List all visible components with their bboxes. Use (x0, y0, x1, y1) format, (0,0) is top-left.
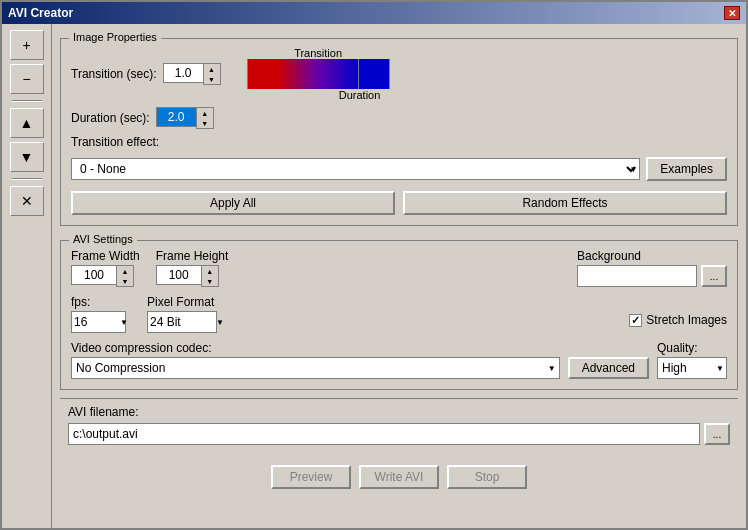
add-button[interactable]: + (10, 30, 44, 60)
quality-field: Quality: High (657, 341, 727, 379)
frame-width-label: Frame Width (71, 249, 140, 263)
transition-effect-label: Transition effect: (71, 135, 159, 149)
pixel-format-label: Pixel Format (147, 295, 227, 309)
apply-all-button[interactable]: Apply All (71, 191, 395, 215)
transition-spin-buttons: ▲ ▼ (203, 63, 221, 85)
transition-select[interactable]: 0 - None (71, 158, 640, 180)
preview-labels: Duration (247, 89, 390, 101)
filename-browse-btn[interactable]: ... (704, 423, 730, 445)
preview-button[interactable]: Preview (271, 465, 351, 489)
compression-select[interactable]: No Compression (71, 357, 560, 379)
settings-row1: Frame Width ▲ ▼ Frame Height (71, 249, 727, 287)
preview-bar (247, 59, 390, 89)
transition-preview-label: Transition (278, 47, 358, 59)
preview-red (248, 59, 278, 89)
main-window: AVI Creator ✕ + − ▲ ▼ ✕ Image Properties… (0, 0, 748, 530)
fps-select[interactable]: 16 (71, 311, 126, 333)
examples-button[interactable]: Examples (646, 157, 727, 181)
stop-button[interactable]: Stop (447, 465, 527, 489)
sidebar-divider2 (12, 178, 42, 180)
background-group: Background ... (577, 249, 727, 287)
frame-height-group: Frame Height ▲ ▼ (156, 249, 229, 287)
duration-input[interactable] (156, 107, 196, 127)
transition-label: Transition (sec): (71, 67, 157, 81)
fh-spin-buttons: ▲ ▼ (201, 265, 219, 287)
write-avi-button[interactable]: Write AVI (359, 465, 439, 489)
content-area: + − ▲ ▼ ✕ Image Properties Transition (s… (2, 24, 746, 528)
transition-select-row: 0 - None Examples (71, 157, 727, 181)
remove-button[interactable]: − (10, 64, 44, 94)
fw-spin-down[interactable]: ▼ (117, 276, 133, 286)
compression-row: Video compression codec: No Compression … (71, 341, 727, 379)
transition-effect-row: Transition effect: 0 - None Examples (71, 135, 727, 181)
filename-section: AVI filename: ... (60, 398, 738, 451)
fh-spin-down[interactable]: ▼ (202, 276, 218, 286)
sidebar-divider (12, 100, 42, 102)
compression-field: Video compression codec: No Compression (71, 341, 560, 379)
move-up-button[interactable]: ▲ (10, 108, 44, 138)
frame-width-input[interactable] (71, 265, 116, 285)
background-input[interactable] (577, 265, 697, 287)
image-properties-group: Image Properties Transition (sec): ▲ ▼ (60, 38, 738, 226)
bottom-buttons: Preview Write AVI Stop (60, 459, 738, 497)
title-bar-left: AVI Creator (8, 6, 73, 20)
image-properties-title: Image Properties (69, 31, 161, 43)
preview-gradient (278, 59, 358, 89)
duration-spin-up[interactable]: ▲ (197, 108, 213, 118)
title-bar: AVI Creator ✕ (2, 2, 746, 24)
transition-label-below (247, 89, 330, 101)
frame-height-input[interactable] (156, 265, 201, 285)
settings-row2: fps: 16 Pixel Format 24 Bit (71, 295, 727, 333)
filename-input[interactable] (68, 423, 700, 445)
compression-select-wrap: No Compression (71, 357, 560, 379)
image-props-grid: Transition (sec): ▲ ▼ Transition (71, 47, 727, 215)
pixel-format-group: Pixel Format 24 Bit (147, 295, 227, 333)
frame-height-spin: ▲ ▼ (156, 265, 229, 287)
random-effects-button[interactable]: Random Effects (403, 191, 727, 215)
background-browse-btn[interactable]: ... (701, 265, 727, 287)
filename-label: AVI filename: (68, 405, 730, 419)
pixel-select-wrapper: 24 Bit (147, 311, 227, 333)
fw-spin-buttons: ▲ ▼ (116, 265, 134, 287)
fw-spin-up[interactable]: ▲ (117, 266, 133, 276)
move-down-button[interactable]: ▼ (10, 142, 44, 172)
stretch-check-mark: ✓ (631, 314, 640, 327)
frame-width-group: Frame Width ▲ ▼ (71, 249, 140, 287)
duration-preview-label: Duration (330, 89, 390, 101)
avi-settings-title: AVI Settings (69, 233, 137, 245)
duration-label: Duration (sec): (71, 111, 150, 125)
sidebar: + − ▲ ▼ ✕ (2, 24, 52, 528)
apply-buttons-row: Apply All Random Effects (71, 191, 727, 215)
fh-spin-up[interactable]: ▲ (202, 266, 218, 276)
transition-spin-down[interactable]: ▼ (204, 74, 220, 84)
transition-row: Transition (sec): ▲ ▼ Transition (71, 47, 727, 101)
compression-label: Video compression codec: (71, 341, 560, 355)
transition-preview: Transition Duration (247, 47, 390, 101)
transition-input[interactable] (163, 63, 203, 83)
stretch-row: ✓ Stretch Images (629, 313, 727, 327)
fps-group: fps: 16 (71, 295, 131, 333)
filename-row: ... (68, 423, 730, 445)
stretch-checkbox[interactable]: ✓ (629, 314, 642, 327)
frame-width-spin: ▲ ▼ (71, 265, 140, 287)
pixel-select[interactable]: 24 Bit (147, 311, 217, 333)
duration-spin: ▲ ▼ (156, 107, 214, 129)
quality-wrap: High (657, 357, 727, 379)
bg-row: ... (577, 265, 727, 287)
fps-label: fps: (71, 295, 131, 309)
advanced-button[interactable]: Advanced (568, 357, 649, 379)
quality-label: Quality: (657, 341, 727, 355)
stretch-label: Stretch Images (646, 313, 727, 327)
preview-blue (359, 59, 389, 89)
quality-select[interactable]: High (657, 357, 727, 379)
close-button[interactable]: ✕ (724, 6, 740, 20)
window-title: AVI Creator (8, 6, 73, 20)
transition-spin-up[interactable]: ▲ (204, 64, 220, 74)
avi-settings-group: AVI Settings Frame Width ▲ ▼ (60, 240, 738, 390)
avi-settings-content: Frame Width ▲ ▼ Frame Height (71, 249, 727, 379)
duration-row: Duration (sec): ▲ ▼ (71, 107, 727, 129)
background-label: Background (577, 249, 727, 263)
delete-button[interactable]: ✕ (10, 186, 44, 216)
duration-spin-down[interactable]: ▼ (197, 118, 213, 128)
transition-spin: ▲ ▼ (163, 63, 221, 85)
